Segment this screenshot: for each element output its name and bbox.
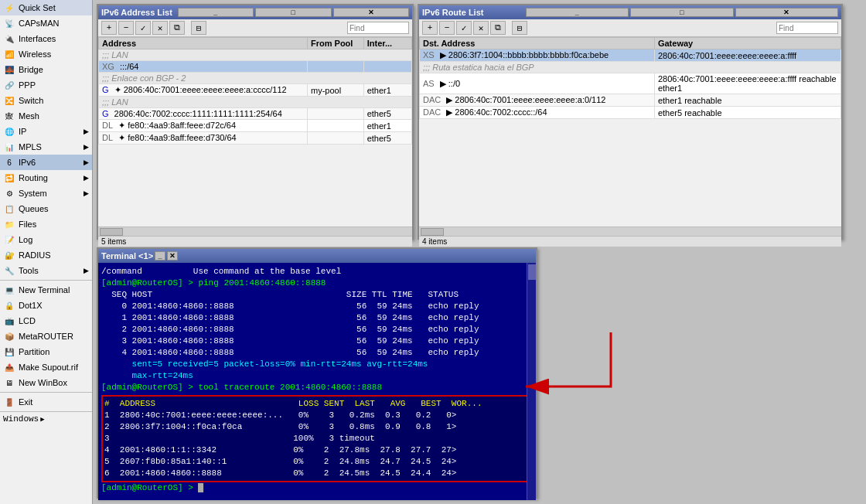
sidebar-item-mpls[interactable]: 📊 MPLS ▶	[0, 139, 92, 155]
minimize-btn-term[interactable]: _	[155, 251, 165, 261]
sidebar-item-capsman[interactable]: 📡 CAPsMAN	[0, 15, 92, 31]
sidebar-item-queues[interactable]: 📋 Queues	[0, 201, 92, 216]
copy-btn[interactable]: ⧉	[169, 21, 185, 35]
cross-btn-route[interactable]: ✕	[473, 21, 489, 35]
copy-btn-route[interactable]: ⧉	[490, 21, 506, 35]
terminal-line: 3 2001:4860:4860::8888 56 59 24ms echo r…	[101, 335, 533, 347]
close-btn[interactable]: ✕	[333, 8, 410, 17]
sidebar-item-ipv6[interactable]: 6 IPv6 ▶	[0, 155, 92, 170]
remove-btn[interactable]: −	[118, 21, 134, 35]
minimize-btn[interactable]: _	[178, 8, 254, 17]
sidebar-item-metarouter[interactable]: 📦 MetaROUTER	[0, 329, 92, 344]
terminal-scrollbar[interactable]	[527, 263, 536, 500]
add-btn-route[interactable]: +	[422, 21, 438, 35]
status-count: 5 items	[101, 237, 126, 246]
ipv6-address-table: Address From Pool Inter... ;;; LAN XG ::…	[98, 37, 412, 145]
check-btn[interactable]: ✓	[135, 21, 151, 35]
traceroute-row: 6 2001:4860:4860::8888 0% 2 24.5ms 24.5 …	[104, 468, 530, 479]
route-scrollbar[interactable]	[419, 226, 841, 236]
horizontal-scrollbar[interactable]	[98, 226, 412, 236]
dst-cell: AS ▶ ::/0	[420, 73, 655, 94]
table-row[interactable]: DAC ▶ 2806:40c:7001:eeee:eeee:eeee:a:0/1…	[420, 94, 841, 107]
interface-cell	[363, 61, 411, 73]
sidebar-item-interfaces[interactable]: 🔌 Interfaces	[0, 31, 92, 46]
sidebar-label-log: Log	[19, 235, 32, 244]
gateway-cell: ether1 reachable	[654, 94, 840, 107]
address-cell: G ✦ 2806:40c:7001:eeee:eeee:eeee:a:cccc/…	[99, 84, 308, 97]
files-icon: 📁	[3, 218, 15, 230]
sidebar-item-routing[interactable]: 🔁 Routing ▶	[0, 170, 92, 186]
table-row[interactable]: XG :::/64	[99, 61, 412, 73]
close-btn-route[interactable]: ✕	[735, 8, 839, 17]
find-input-route[interactable]	[776, 22, 838, 34]
queues-icon: 📋	[3, 203, 15, 215]
sidebar-item-ip[interactable]: 🌐 IP ▶	[0, 124, 92, 139]
sidebar-item-dot1x[interactable]: 🔒 Dot1X	[0, 298, 92, 313]
taskbar-windows[interactable]: Windows ▶	[0, 414, 92, 424]
sidebar-item-lcd[interactable]: 📺 LCD	[0, 313, 92, 329]
table-row[interactable]: DAC ▶ 2806:40c:7002:cccc::/64 ether5 rea…	[420, 107, 841, 119]
minimize-btn-route[interactable]: _	[526, 8, 629, 17]
sidebar-divider3	[0, 411, 92, 412]
partition-icon: 💾	[3, 346, 15, 358]
ip-icon: 🌐	[3, 125, 15, 138]
tools-expand: ▶	[84, 267, 89, 274]
sidebar-item-wireless[interactable]: 📶 Wireless	[0, 46, 92, 62]
cross-btn[interactable]: ✕	[152, 21, 168, 35]
interface-cell: ether1	[363, 120, 411, 132]
ipv6-address-list-title: IPv6 Address List	[101, 8, 176, 17]
sidebar-item-new-winbox[interactable]: 🖥 New WinBox	[0, 375, 92, 390]
ppp-icon: 🔗	[3, 79, 15, 91]
table-row[interactable]: XS ▶ 2806:3f7:1004::bbbb:bbbb:bbbb:f0ca:…	[420, 49, 841, 62]
table-row[interactable]: DL ✦ fe80::4aa9:8aff:feee:d730/64 ether5	[99, 132, 412, 145]
sidebar-item-new-terminal[interactable]: 💻 New Terminal	[0, 282, 92, 298]
ipv6-route-table: Dst. Address Gateway XS ▶ 2806:3f7:1004:…	[419, 37, 841, 119]
check-btn-route[interactable]: ✓	[456, 21, 472, 35]
sidebar-item-mesh[interactable]: 🕸 Mesh	[0, 108, 92, 124]
interfaces-icon: 🔌	[3, 32, 15, 45]
sidebar-item-exit[interactable]: 🚪 Exit	[0, 394, 92, 410]
table-row[interactable]: G 2806:40c:7002:cccc:1111:1111:1111:254/…	[99, 108, 412, 120]
remove-btn-route[interactable]: −	[439, 21, 455, 35]
filter-btn-route[interactable]: ⊟	[512, 21, 527, 35]
section-label: ;;; LAN	[99, 97, 412, 108]
find-input[interactable]	[347, 22, 409, 34]
terminal-line: [admin@RouterOS] > ping 2001:4860:4860::…	[101, 278, 533, 289]
sidebar-item-tools[interactable]: 🔧 Tools ▶	[0, 263, 92, 278]
tools-icon: 🔧	[3, 264, 15, 277]
col-address: Address	[99, 38, 308, 49]
sidebar-item-ppp[interactable]: 🔗 PPP	[0, 77, 92, 93]
table-row[interactable]: DL ✦ fe80::4aa9:8aff:feee:d72c/64 ether1	[99, 120, 412, 132]
ipv6-address-list-window: IPv6 Address List _ □ ✕ + − ✓ ✕ ⧉ ⊟ Addr…	[97, 4, 414, 240]
sidebar-item-log[interactable]: 📝 Log	[0, 232, 92, 247]
sidebar-item-radius[interactable]: 🔐 RADIUS	[0, 247, 92, 263]
maximize-btn[interactable]: □	[255, 8, 332, 17]
sidebar-item-system[interactable]: ⚙ System ▶	[0, 186, 92, 201]
table-row[interactable]: G ✦ 2806:40c:7001:eeee:eeee:eeee:a:cccc/…	[99, 84, 412, 97]
sidebar-divider	[0, 280, 92, 281]
traceroute-row: 2 2806:3f7:1004::f0ca:f0ca 0% 3 0.8ms 0.…	[104, 421, 530, 433]
terminal-body[interactable]: /command Use command at the base level […	[98, 263, 536, 500]
sidebar-label-files: Files	[19, 220, 36, 229]
terminal-line: 1 2001:4860:4860::8888 56 59 24ms echo r…	[101, 312, 533, 324]
ipv6-route-content: Dst. Address Gateway XS ▶ 2806:3f7:1004:…	[419, 37, 841, 226]
maximize-btn-route[interactable]: □	[630, 8, 734, 17]
close-btn-term[interactable]: ✕	[167, 251, 178, 261]
sidebar-item-partition[interactable]: 💾 Partition	[0, 344, 92, 359]
route-status-count: 4 items	[422, 237, 447, 246]
routing-expand: ▶	[84, 174, 89, 182]
sidebar-item-make-supout[interactable]: 📤 Make Supout.rif	[0, 359, 92, 375]
interface-cell: ether5	[363, 108, 411, 120]
sidebar-item-bridge[interactable]: 🌉 Bridge	[0, 62, 92, 77]
add-btn[interactable]: +	[101, 21, 117, 35]
table-row[interactable]: AS ▶ ::/0 2806:40c:7001:eeee:eeee:eeee:a…	[420, 73, 841, 94]
from-pool-cell: my-pool	[308, 84, 364, 97]
sidebar-item-files[interactable]: 📁 Files	[0, 216, 92, 232]
ipv6-address-statusbar: 5 items	[98, 236, 412, 247]
sidebar-item-switch[interactable]: 🔀 Switch	[0, 93, 92, 108]
filter-btn[interactable]: ⊟	[191, 21, 206, 35]
from-pool-cell	[308, 132, 364, 145]
interface-cell: ether1	[363, 84, 411, 97]
sidebar-item-quick-set[interactable]: ⚡ Quick Set	[0, 0, 92, 15]
gateway-cell: 2806:40c:7001:eeee:eeee:eeee:a:ffff reac…	[654, 73, 840, 94]
